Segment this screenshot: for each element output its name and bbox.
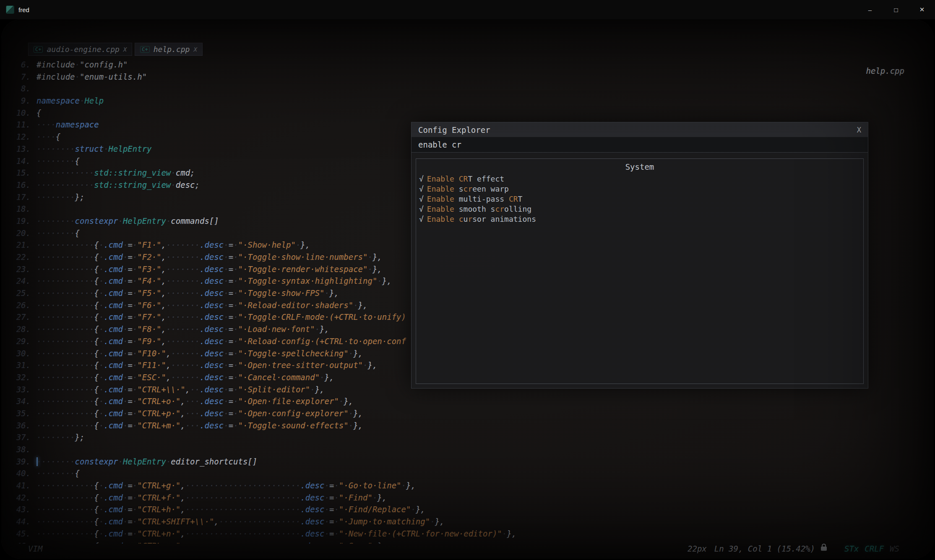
code-token: · — [372, 493, 377, 502]
code-token: ········ — [36, 457, 75, 466]
code-token: "CTRL+f·" — [137, 493, 180, 502]
code-token: = — [229, 301, 233, 310]
code-token: "·Open·file·explorer" — [238, 397, 339, 406]
code-token: "enum-utils.h" — [80, 72, 147, 81]
code-token: "·Toggle·sound·effects" — [238, 421, 349, 430]
code-token: editor_shortcuts[] — [171, 457, 257, 466]
code-line[interactable]: 44.············{·.cmd·=·"CTRL+SHIFT+\\·"… — [10, 516, 934, 528]
code-token: "·Find" — [339, 493, 372, 502]
code-token: = — [128, 421, 132, 430]
code-token: .cmd — [104, 517, 123, 526]
config-item[interactable]: √Enable screen warp — [416, 184, 863, 194]
code-token: · — [133, 337, 137, 346]
popup-close-button[interactable]: X — [857, 126, 861, 134]
code-line[interactable]: 36.············{·.cmd·=·"CTRL+m·",···.de… — [10, 420, 934, 432]
config-item-label: s — [454, 184, 464, 193]
code-token: .cmd — [104, 252, 123, 262]
code-token: · — [166, 216, 171, 226]
code-token: ······· — [166, 288, 200, 298]
checkbox-checked-icon[interactable]: √ — [419, 205, 424, 213]
code-token: .desc — [300, 505, 324, 514]
code-token: = — [229, 324, 233, 334]
config-search-input[interactable]: enable cr — [412, 137, 868, 153]
line-number: 31. — [10, 359, 31, 371]
code-token: , — [161, 301, 166, 310]
code-token: · — [123, 301, 128, 310]
checkbox-checked-icon[interactable]: √ — [419, 174, 424, 183]
config-item-label: sor animations — [472, 215, 536, 223]
code-token: = — [229, 409, 233, 418]
tab-help.cpp[interactable]: C+help.cppX — [135, 43, 203, 56]
code-token: = — [128, 264, 132, 274]
line-number: 41. — [10, 480, 31, 492]
code-token: , — [161, 240, 166, 249]
code-line[interactable]: 7.#include·"enum-utils.h" — [10, 71, 934, 83]
code-line[interactable]: 8. — [10, 83, 934, 95]
code-line[interactable]: 9.namespace·Help — [10, 95, 934, 107]
code-line[interactable]: 35.············{·.cmd·=·"CTRL+p·",···.de… — [10, 407, 934, 420]
config-item[interactable]: √Enable cursor animations — [416, 214, 863, 224]
code-token: }, — [320, 324, 329, 334]
code-token: · — [296, 240, 300, 249]
tab-audio-engine.cpp[interactable]: C+audio-engine.cppX — [28, 43, 132, 56]
code-token: , — [161, 264, 166, 274]
code-token: · — [224, 397, 228, 406]
code-line[interactable]: 41.············{·.cmd·=·"CTRL+g·",······… — [10, 480, 934, 492]
code-token: · — [233, 252, 238, 262]
window-title: fred — [18, 6, 29, 13]
line-number: 26. — [10, 299, 31, 311]
tab-bar: C+audio-engine.cppXC+help.cppX — [28, 43, 203, 56]
code-token: · — [233, 385, 238, 394]
line-number: 10. — [10, 107, 31, 119]
code-token: { — [94, 493, 99, 502]
config-item[interactable]: √Enable smooth scrolling — [416, 204, 863, 214]
code-token: ············ — [36, 481, 94, 490]
code-token: }, — [344, 397, 353, 406]
tab-close-button[interactable]: X — [123, 46, 127, 53]
code-token: , — [161, 324, 166, 334]
code-token: = — [128, 312, 132, 321]
code-line[interactable]: 45.············{·.cmd·=·"CTRL+n·",······… — [10, 528, 934, 540]
checkbox-checked-icon[interactable]: √ — [419, 215, 424, 223]
maximize-button[interactable]: □ — [883, 0, 909, 19]
code-token: · — [133, 276, 137, 285]
code-line[interactable]: 6.#include·"config.h" — [10, 59, 934, 71]
checkbox-checked-icon[interactable]: √ — [419, 184, 424, 193]
code-line[interactable]: 38. — [10, 443, 934, 456]
config-item[interactable]: √Enable multi-pass CRT — [416, 194, 863, 204]
code-line[interactable]: 34.············{·.cmd·=·"CTRL+o·",···.de… — [10, 395, 934, 407]
code-token: .cmd — [104, 264, 123, 274]
code-line[interactable]: 10.{ — [10, 107, 934, 119]
code-token: · — [133, 517, 137, 526]
code-token: = — [229, 264, 233, 274]
tab-close-button[interactable]: X — [193, 46, 197, 53]
checkbox-checked-icon[interactable]: √ — [419, 194, 424, 203]
code-token: = — [128, 481, 132, 490]
code-token: .cmd — [104, 373, 123, 382]
code-token: ······· — [166, 240, 200, 249]
line-number: 34. — [10, 395, 31, 407]
code-token: · — [123, 240, 128, 249]
code-token: "CTRL+p·" — [137, 409, 180, 418]
code-token: "CTRL+g·" — [137, 481, 180, 490]
code-token: cmd — [176, 168, 190, 177]
code-line[interactable]: 37.········}; — [10, 431, 934, 443]
code-token: ························ — [185, 481, 301, 490]
code-token: }, — [367, 360, 377, 370]
minimize-button[interactable]: – — [857, 0, 883, 19]
code-line[interactable]: 42.············{·.cmd·=·"CTRL+f·",······… — [10, 492, 934, 504]
code-token: }, — [329, 288, 339, 298]
code-line[interactable]: 40.········{ — [10, 467, 934, 480]
code-line[interactable]: 39.········constexpr·HelpEntry·editor_sh… — [10, 456, 934, 468]
code-token: · — [315, 324, 320, 334]
code-token: · — [367, 252, 372, 262]
config-item[interactable]: √Enable CRT effect — [416, 174, 863, 184]
code-token: .cmd — [104, 276, 123, 285]
match-highlight: c — [459, 215, 464, 223]
code-token: · — [99, 276, 104, 285]
code-token: · — [233, 264, 238, 274]
code-line[interactable]: 43.············{·.cmd·=·"CTRL+h·",······… — [10, 503, 934, 516]
close-button[interactable]: ✕ — [909, 0, 935, 19]
line-number: 20. — [10, 227, 31, 239]
code-token: .cmd — [104, 409, 123, 418]
